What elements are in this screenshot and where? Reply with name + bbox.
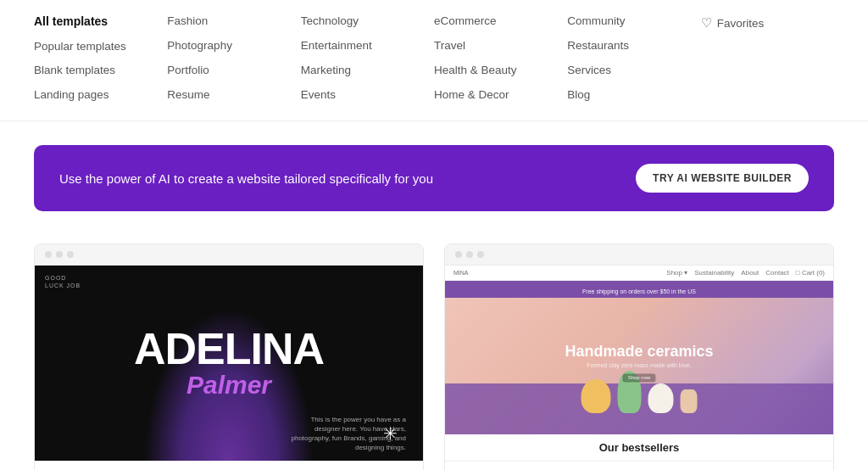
adelina-small-logo: GOODLUCK JOB bbox=[45, 274, 81, 289]
adelina-window-bar bbox=[35, 244, 423, 266]
adelina-preview: GOODLUCK JOB ADELINA Palmer This is the … bbox=[35, 266, 423, 461]
ai-banner: Use the power of AI to create a website … bbox=[34, 145, 834, 211]
mina-window-bar bbox=[445, 244, 833, 266]
star-icon: ✳ bbox=[383, 423, 398, 444]
ai-banner-text: Use the power of AI to create a website … bbox=[59, 171, 433, 186]
nav-all-templates[interactable]: All templates bbox=[34, 14, 167, 31]
favorites-button[interactable]: ♡ Favorites bbox=[701, 15, 765, 31]
nav-travel[interactable]: Travel bbox=[434, 38, 567, 54]
adelina-text-container: ADELINA Palmer bbox=[134, 327, 324, 400]
nav-marketing[interactable]: Marketing bbox=[301, 63, 434, 79]
window-dot-4 bbox=[455, 251, 462, 258]
nav-resume[interactable]: Resume bbox=[167, 87, 300, 104]
nav-restaurants[interactable]: Restaurants bbox=[567, 38, 700, 54]
mina-hero-sub: Formed clay zero mass made with love. bbox=[565, 362, 713, 368]
ai-website-builder-button[interactable]: TRY AI WEBSITE BUILDER bbox=[636, 164, 809, 193]
mina-preview: MINA Shop ▾ Sustainability About Contact… bbox=[445, 266, 833, 461]
nav-blog[interactable]: Blog bbox=[567, 87, 700, 104]
nav-col-1: All templates Popular templates Blank te… bbox=[34, 14, 167, 104]
nav-portfolio[interactable]: Portfolio bbox=[167, 63, 300, 79]
adelina-subtitle: Palmer bbox=[134, 371, 324, 400]
nav-technology[interactable]: Technology bbox=[301, 14, 434, 30]
nav-photography[interactable]: Photography bbox=[167, 38, 300, 54]
window-dot-1 bbox=[45, 251, 52, 258]
mina-shipping-bar: Free shipping on orders over $50 in the … bbox=[445, 281, 833, 298]
favorites-col: ♡ Favorites bbox=[701, 14, 834, 104]
mina-shop-now-button[interactable]: Shop now bbox=[623, 373, 656, 382]
ceramic-vase-3 bbox=[648, 383, 674, 413]
window-dot-3 bbox=[67, 251, 74, 258]
mina-hero: Handmade ceramics Formed clay zero mass … bbox=[445, 298, 833, 434]
window-dot-6 bbox=[477, 251, 484, 258]
ceramic-vase-1 bbox=[581, 379, 611, 413]
navigation: All templates Popular templates Blank te… bbox=[0, 0, 868, 121]
nav-col-2: Fashion Photography Portfolio Resume bbox=[167, 14, 300, 104]
favorites-label: Favorites bbox=[717, 17, 765, 30]
nav-landing-pages[interactable]: Landing pages bbox=[34, 87, 167, 104]
mina-nav-sustainability: Sustainability bbox=[694, 269, 734, 277]
mina-bestsellers-section: Our bestsellers bbox=[445, 434, 833, 461]
mina-nav-contact: Contact bbox=[765, 269, 789, 277]
ceramic-pot bbox=[681, 389, 698, 413]
nav-fashion[interactable]: Fashion bbox=[167, 14, 300, 30]
nav-entertainment[interactable]: Entertainment bbox=[301, 38, 434, 54]
mina-brand: MINA bbox=[453, 270, 469, 276]
nav-grid: All templates Popular templates Blank te… bbox=[34, 14, 834, 104]
window-dot-2 bbox=[56, 251, 63, 258]
nav-events[interactable]: Events bbox=[301, 87, 434, 104]
mina-nav-cart: □ Cart (0) bbox=[796, 269, 825, 277]
mina-card[interactable]: MINA Shop ▾ Sustainability About Contact… bbox=[444, 243, 834, 470]
mina-nav-shop: Shop ▾ bbox=[666, 269, 687, 277]
nav-col-5: Community Restaurants Services Blog bbox=[567, 14, 700, 104]
mina-top-bar: MINA Shop ▾ Sustainability About Contact… bbox=[445, 266, 833, 281]
mina-bestsellers-title: Our bestsellers bbox=[599, 441, 680, 454]
nav-ecommerce[interactable]: eCommerce bbox=[434, 14, 567, 30]
window-dot-5 bbox=[466, 251, 473, 258]
nav-services[interactable]: Services bbox=[567, 63, 700, 79]
nav-blank-templates[interactable]: Blank templates bbox=[34, 63, 167, 79]
mina-overlay-text: Handmade ceramics Formed clay zero mass … bbox=[565, 343, 713, 382]
adelina-card[interactable]: GOODLUCK JOB ADELINA Palmer This is the … bbox=[34, 243, 424, 470]
mina-card-footer: MINA ♡ bbox=[445, 461, 833, 470]
mina-nav: Shop ▾ Sustainability About Contact □ Ca… bbox=[666, 269, 825, 277]
mina-hero-title: Handmade ceramics bbox=[565, 343, 713, 361]
nav-popular-templates[interactable]: Popular templates bbox=[34, 39, 167, 55]
mina-nav-about: About bbox=[741, 269, 759, 277]
heart-icon: ♡ bbox=[701, 15, 712, 31]
nav-home-decor[interactable]: Home & Decor bbox=[434, 87, 567, 104]
nav-col-3: Technology Entertainment Marketing Event… bbox=[301, 14, 434, 104]
nav-col-4: eCommerce Travel Health & Beauty Home & … bbox=[434, 14, 567, 104]
adelina-card-footer: ADELINA ♡ bbox=[35, 461, 423, 470]
nav-community[interactable]: Community bbox=[567, 14, 700, 30]
nav-health-beauty[interactable]: Health & Beauty bbox=[434, 63, 567, 79]
adelina-title: ADELINA bbox=[134, 327, 324, 371]
template-cards-area: GOODLUCK JOB ADELINA Palmer This is the … bbox=[0, 235, 868, 470]
mina-shipping-text: Free shipping on orders over $50 in the … bbox=[582, 288, 696, 294]
